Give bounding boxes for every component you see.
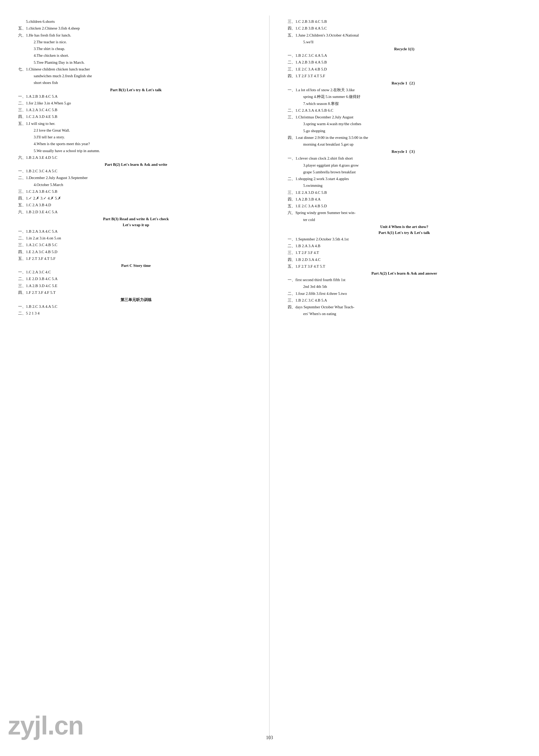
section-text: 三、1.C 2.B 3.B 4.C 5.B bbox=[280, 18, 529, 25]
section-text: 五、1.F 2.T 3.F 4.T 5.T bbox=[280, 263, 529, 270]
section-text: 四、1.C 2.B 3.B 4.A 5.C bbox=[280, 25, 529, 32]
watermark: zyjl.cn bbox=[8, 711, 83, 740]
section-text: 一、1.B 2.C 3.C 4.A 5.C bbox=[10, 168, 262, 174]
section-text: 一、1.B 2.A 3.A 4.C 5.A bbox=[10, 228, 262, 235]
section-text: 4.October 5.March bbox=[10, 181, 262, 188]
section-text: 2.The teacher is nice. bbox=[10, 38, 262, 45]
section-text: 二、1.C 2.A 3.A 4.A 5.B 6.C bbox=[280, 107, 529, 114]
section-text: 一、1.A 2.B 3.B 4.C 5.A bbox=[10, 93, 262, 100]
section-text: spring 4.种花 5.in summer 6.做得好 bbox=[280, 93, 529, 100]
section-text: 3.spring warm 4.wash my/the clothes bbox=[280, 120, 529, 127]
section-text: 六、1.B 2.D 3.E 4.C 5.A bbox=[10, 208, 262, 215]
section-text: 3.player eggplant plan 4.grass grow bbox=[280, 162, 529, 169]
left-column: 5.children 6.shorts五、1.chicken 2.Chinese… bbox=[10, 16, 270, 740]
section-text: 六、1.He has fresh fish for lunch. bbox=[10, 32, 262, 38]
section-heading: Recycle 1（2） bbox=[280, 81, 529, 86]
section-text: 三、1.E 2.C 3.A 4.B 5.D bbox=[280, 66, 529, 73]
section-text: 二、1.four 2.fifth 3.first 4.three 5.two bbox=[280, 290, 529, 297]
section-text: 5.swimming bbox=[280, 182, 529, 189]
section-text: 三、1.C 2.A 3.B 4.C 5.B bbox=[10, 188, 262, 195]
section-text: 5.We usually have a school trip in autum… bbox=[10, 147, 262, 154]
section-text: 4.When is the sports meet this year? bbox=[10, 140, 262, 147]
section-text: 二、1.in 2.at 3.in 4.on 5.on bbox=[10, 235, 262, 242]
section-text: 一、1.B 2.C 3.A 4.A 5.C bbox=[10, 303, 262, 310]
section-text: 二、5 2 1 3 4 bbox=[10, 310, 262, 317]
section-text: 四、1.T 2.F 3.T 4.T 5.F bbox=[280, 73, 529, 79]
section-heading: Unit 4 When is the art show? bbox=[280, 225, 529, 229]
section-text: 3.The shirt is cheap. bbox=[10, 45, 262, 52]
section-heading: 第三单元听力训练 bbox=[10, 297, 262, 302]
section-text: 7.which season 8.寒假 bbox=[280, 100, 529, 107]
section-heading: Part B(2) Let's learn & Ask and write bbox=[10, 162, 262, 167]
section-text: 五、1.chicken 2.Chinese 3.fish 4.sheep bbox=[10, 25, 262, 32]
section-text: ter cold bbox=[280, 216, 529, 223]
section-text: 三、1.A 2.C 3.C 4.B 5.C bbox=[10, 242, 262, 248]
section-text: 三、1.A 2.A 3.C 4.C 5.B bbox=[10, 107, 262, 113]
section-text: 2.I love the Great Wall. bbox=[10, 127, 262, 134]
section-text: grape 5.umbrella brown breakfast bbox=[280, 169, 529, 176]
section-heading: Part C Story time bbox=[10, 264, 262, 268]
section-heading: Part A(1) Let's try & Let's talk bbox=[280, 231, 529, 235]
section-heading: Let's wrap it up bbox=[10, 223, 262, 227]
section-text: 三、1.Christmas December 2.July August bbox=[280, 114, 529, 120]
section-text: 六、1.B 2.A 3.E 4.D 5.C bbox=[10, 154, 262, 161]
section-text: 三、1.T 2.F 3.F 4.T bbox=[280, 249, 529, 256]
section-text: 5.we'll bbox=[280, 38, 529, 45]
section-text: 一、1.B 2.C 3.C 4.A 5.A bbox=[280, 52, 529, 59]
section-heading: Part B(1) Let's try & Let's talk bbox=[10, 88, 262, 92]
section-heading: Recycle 1(1) bbox=[280, 47, 529, 51]
section-text: 四、1.A 2.B 3.B 4.A bbox=[280, 196, 529, 202]
section-text: 一、1.a lot of/lots of snow 2.在秋天 3.like bbox=[280, 87, 529, 93]
section-text: 五、1.June 2.Children's 3.October 4.Nation… bbox=[280, 32, 529, 38]
section-text: ers' When's on eating bbox=[280, 310, 529, 317]
section-text: 三、1.E 2.A 3.D 4.C 5.B bbox=[280, 189, 529, 196]
section-heading: Part A(2) Let's learn & Ask and answer bbox=[280, 271, 529, 276]
section-text: sandwiches much 2.fresh English she bbox=[10, 73, 262, 79]
section-text: 4.The chicken is short. bbox=[10, 52, 262, 59]
section-text: 三、1.A 2.B 3.D 4.C 5.E bbox=[10, 282, 262, 289]
page-number: 103 bbox=[266, 735, 273, 740]
watermark-logo: zyjl.cn bbox=[8, 711, 83, 740]
section-text: 五、1.C 2.A 3.B 4.D bbox=[10, 201, 262, 208]
section-text: 2nd 3rd 4th 5th bbox=[280, 283, 529, 290]
section-text: 四、1.F 2.T 3.F 4.F 5.T bbox=[10, 289, 262, 296]
section-text: 二、1.A 2.B 3.B 4.A 5.B bbox=[280, 59, 529, 66]
section-text: 四、1.C 2.A 3.D 4.E 5.B bbox=[10, 113, 262, 120]
section-text: 四、1.✓ 2.✗ 3.✓ 4.✗ 5.✗ bbox=[10, 195, 262, 201]
page: 5.children 6.shorts五、1.chicken 2.Chinese… bbox=[0, 0, 539, 756]
section-text: 5.Tree Planting Day is in March. bbox=[10, 59, 262, 66]
section-text: 一、first second third fourth fifth 1st bbox=[280, 276, 529, 283]
section-text: 二、1.shopping 2.work 3.start 4.apples bbox=[280, 176, 529, 182]
section-text: 一、1.September 2.October 3.5th 4.1st bbox=[280, 236, 529, 243]
section-text: 四、1.E 2.A 3.C 4.B 5.D bbox=[10, 249, 262, 255]
section-text: morning 4.eat breakfast 5.get up bbox=[280, 141, 529, 148]
section-text: short shoes fish bbox=[10, 79, 262, 86]
section-text: 五、1.F 2.T 3.F 4.T 5.F bbox=[10, 255, 262, 262]
section-text: 5.go shopping bbox=[280, 127, 529, 134]
section-text: 七、1.Chinese children chicken lunch teach… bbox=[10, 66, 262, 73]
section-text: 一、1.clever clean clock 2.shirt fish shor… bbox=[280, 155, 529, 162]
section-text: 五、1.I will sing to her. bbox=[10, 120, 262, 127]
section-text: 三、1.B 2.C 3.C 4.B 5.A bbox=[280, 297, 529, 304]
right-column: 三、1.C 2.B 3.B 4.C 5.B四、1.C 2.B 3.B 4.A 5… bbox=[270, 16, 529, 740]
section-text: 5.children 6.shorts bbox=[10, 18, 262, 25]
section-heading: Recycle 1（3） bbox=[280, 149, 529, 154]
section-heading: Part B(3) Read and write & Let's check bbox=[10, 217, 262, 221]
section-text: 四、days September October What Teach- bbox=[280, 304, 529, 310]
section-text: 五、1.E 2.C 3.A 4.B 5.D bbox=[280, 202, 529, 209]
section-text: 二、1.E 2.D 3.B 4.C 5.A bbox=[10, 275, 262, 282]
section-text: 二、1.December 2.July August 3.September bbox=[10, 174, 262, 181]
section-text: 六、Spring windy green Summer best win- bbox=[280, 209, 529, 216]
section-text: 二、1.for 2.like 3.in 4.When 5.go bbox=[10, 100, 262, 107]
section-text: 四、1.B 2.D 3.A 4.C bbox=[280, 256, 529, 263]
section-text: 3.I'll tell her a story. bbox=[10, 134, 262, 140]
section-text: 四、1.eat dinner 2.9:00 in the evening 3.5… bbox=[280, 134, 529, 141]
section-text: 一、1.C 2.A 3.C 4.C bbox=[10, 269, 262, 275]
section-text: 二、1.B 2.A 3.A 4.B bbox=[280, 243, 529, 249]
